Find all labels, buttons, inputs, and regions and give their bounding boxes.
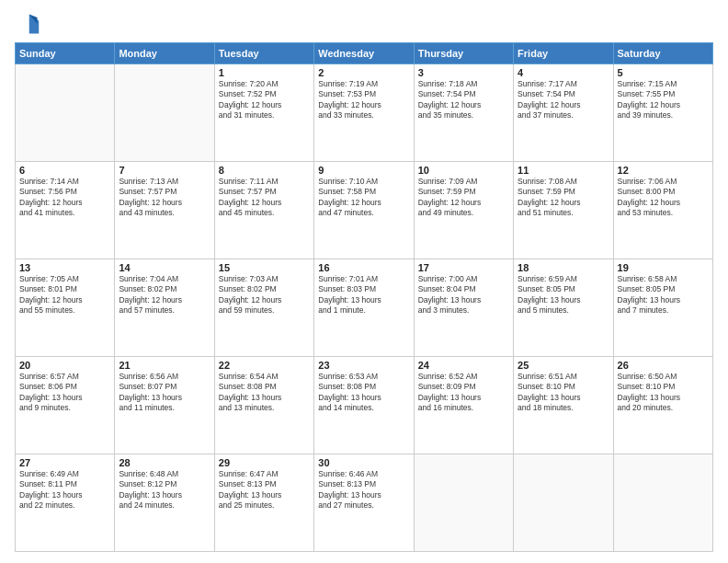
calendar-cell: 4Sunrise: 7:17 AM Sunset: 7:54 PM Daylig… — [514, 64, 613, 162]
day-info: Sunrise: 7:13 AM Sunset: 7:57 PM Dayligh… — [119, 177, 210, 219]
calendar-cell: 6Sunrise: 7:14 AM Sunset: 7:56 PM Daylig… — [16, 162, 115, 259]
calendar-header-tuesday: Tuesday — [214, 43, 313, 64]
day-info: Sunrise: 6:46 AM Sunset: 8:13 PM Dayligh… — [318, 469, 409, 511]
day-number: 21 — [119, 360, 210, 371]
day-number: 6 — [19, 165, 110, 176]
day-number: 8 — [219, 165, 310, 176]
calendar-cell: 21Sunrise: 6:56 AM Sunset: 8:07 PM Dayli… — [115, 357, 214, 454]
calendar-header-thursday: Thursday — [414, 43, 513, 64]
calendar-cell: 2Sunrise: 7:19 AM Sunset: 7:53 PM Daylig… — [314, 64, 414, 162]
calendar-cell: 7Sunrise: 7:13 AM Sunset: 7:57 PM Daylig… — [115, 162, 214, 259]
calendar-cell: 30Sunrise: 6:46 AM Sunset: 8:13 PM Dayli… — [314, 454, 414, 552]
calendar-cell — [514, 454, 613, 552]
day-number: 1 — [219, 67, 310, 78]
calendar-week-row: 27Sunrise: 6:49 AM Sunset: 8:11 PM Dayli… — [16, 454, 713, 552]
calendar-cell: 15Sunrise: 7:03 AM Sunset: 8:02 PM Dayli… — [214, 259, 313, 357]
calendar-week-row: 20Sunrise: 6:57 AM Sunset: 8:06 PM Dayli… — [16, 357, 713, 454]
calendar-week-row: 1Sunrise: 7:20 AM Sunset: 7:52 PM Daylig… — [16, 64, 713, 162]
day-info: Sunrise: 6:56 AM Sunset: 8:07 PM Dayligh… — [119, 372, 210, 414]
day-number: 9 — [318, 165, 409, 176]
day-number: 26 — [618, 360, 709, 371]
day-info: Sunrise: 6:57 AM Sunset: 8:06 PM Dayligh… — [19, 372, 110, 414]
day-info: Sunrise: 7:05 AM Sunset: 8:01 PM Dayligh… — [19, 274, 110, 316]
calendar-cell: 9Sunrise: 7:10 AM Sunset: 7:58 PM Daylig… — [314, 162, 414, 259]
calendar-cell: 14Sunrise: 7:04 AM Sunset: 8:02 PM Dayli… — [115, 259, 214, 357]
calendar-cell: 1Sunrise: 7:20 AM Sunset: 7:52 PM Daylig… — [214, 64, 313, 162]
day-info: Sunrise: 7:20 AM Sunset: 7:52 PM Dayligh… — [219, 79, 310, 121]
calendar-cell: 13Sunrise: 7:05 AM Sunset: 8:01 PM Dayli… — [16, 259, 115, 357]
calendar-week-row: 13Sunrise: 7:05 AM Sunset: 8:01 PM Dayli… — [16, 259, 713, 357]
day-info: Sunrise: 6:52 AM Sunset: 8:09 PM Dayligh… — [418, 372, 509, 414]
logo-icon — [15, 11, 40, 37]
day-number: 7 — [119, 165, 210, 176]
calendar-cell — [16, 64, 115, 162]
day-number: 10 — [418, 165, 509, 176]
day-number: 14 — [119, 262, 210, 273]
logo — [15, 11, 44, 37]
calendar-cell: 8Sunrise: 7:11 AM Sunset: 7:57 PM Daylig… — [214, 162, 313, 259]
calendar-header-sunday: Sunday — [16, 43, 115, 64]
calendar-cell: 28Sunrise: 6:48 AM Sunset: 8:12 PM Dayli… — [115, 454, 214, 552]
day-info: Sunrise: 7:18 AM Sunset: 7:54 PM Dayligh… — [418, 79, 509, 121]
day-info: Sunrise: 7:10 AM Sunset: 7:58 PM Dayligh… — [318, 177, 409, 219]
day-number: 15 — [219, 262, 310, 273]
calendar-cell: 18Sunrise: 6:59 AM Sunset: 8:05 PM Dayli… — [514, 259, 613, 357]
day-number: 11 — [518, 165, 609, 176]
day-number: 17 — [418, 262, 509, 273]
calendar-header-saturday: Saturday — [613, 43, 712, 64]
calendar-cell: 10Sunrise: 7:09 AM Sunset: 7:59 PM Dayli… — [414, 162, 513, 259]
day-number: 2 — [318, 67, 409, 78]
day-number: 24 — [418, 360, 509, 371]
day-number: 16 — [318, 262, 409, 273]
calendar-cell: 16Sunrise: 7:01 AM Sunset: 8:03 PM Dayli… — [314, 259, 414, 357]
day-info: Sunrise: 6:58 AM Sunset: 8:05 PM Dayligh… — [618, 274, 709, 316]
day-info: Sunrise: 7:08 AM Sunset: 7:59 PM Dayligh… — [518, 177, 609, 219]
day-info: Sunrise: 6:54 AM Sunset: 8:08 PM Dayligh… — [219, 372, 310, 414]
page: SundayMondayTuesdayWednesdayThursdayFrid… — [0, 0, 728, 563]
day-info: Sunrise: 7:19 AM Sunset: 7:53 PM Dayligh… — [318, 79, 409, 121]
day-number: 29 — [219, 457, 310, 468]
day-info: Sunrise: 6:53 AM Sunset: 8:08 PM Dayligh… — [318, 372, 409, 414]
day-number: 5 — [618, 67, 709, 78]
calendar-header-wednesday: Wednesday — [314, 43, 414, 64]
day-info: Sunrise: 6:51 AM Sunset: 8:10 PM Dayligh… — [518, 372, 609, 414]
calendar-week-row: 6Sunrise: 7:14 AM Sunset: 7:56 PM Daylig… — [16, 162, 713, 259]
day-number: 18 — [518, 262, 609, 273]
day-number: 23 — [318, 360, 409, 371]
day-info: Sunrise: 7:01 AM Sunset: 8:03 PM Dayligh… — [318, 274, 409, 316]
calendar-header-row: SundayMondayTuesdayWednesdayThursdayFrid… — [16, 43, 713, 64]
calendar-cell: 19Sunrise: 6:58 AM Sunset: 8:05 PM Dayli… — [613, 259, 712, 357]
day-number: 3 — [418, 67, 509, 78]
day-info: Sunrise: 7:00 AM Sunset: 8:04 PM Dayligh… — [418, 274, 509, 316]
calendar-cell: 25Sunrise: 6:51 AM Sunset: 8:10 PM Dayli… — [514, 357, 613, 454]
day-number: 19 — [618, 262, 709, 273]
day-info: Sunrise: 7:03 AM Sunset: 8:02 PM Dayligh… — [219, 274, 310, 316]
calendar-header-monday: Monday — [115, 43, 214, 64]
day-number: 27 — [19, 457, 110, 468]
calendar-cell: 3Sunrise: 7:18 AM Sunset: 7:54 PM Daylig… — [414, 64, 513, 162]
day-info: Sunrise: 6:48 AM Sunset: 8:12 PM Dayligh… — [119, 469, 210, 511]
calendar-cell: 29Sunrise: 6:47 AM Sunset: 8:13 PM Dayli… — [214, 454, 313, 552]
day-info: Sunrise: 7:09 AM Sunset: 7:59 PM Dayligh… — [418, 177, 509, 219]
calendar-cell: 17Sunrise: 7:00 AM Sunset: 8:04 PM Dayli… — [414, 259, 513, 357]
day-number: 25 — [518, 360, 609, 371]
calendar-cell: 5Sunrise: 7:15 AM Sunset: 7:55 PM Daylig… — [613, 64, 712, 162]
day-number: 20 — [19, 360, 110, 371]
day-number: 22 — [219, 360, 310, 371]
calendar-cell: 26Sunrise: 6:50 AM Sunset: 8:10 PM Dayli… — [613, 357, 712, 454]
calendar-header-friday: Friday — [514, 43, 613, 64]
day-info: Sunrise: 7:06 AM Sunset: 8:00 PM Dayligh… — [618, 177, 709, 219]
calendar-cell: 11Sunrise: 7:08 AM Sunset: 7:59 PM Dayli… — [514, 162, 613, 259]
calendar-cell: 23Sunrise: 6:53 AM Sunset: 8:08 PM Dayli… — [314, 357, 414, 454]
calendar-cell — [414, 454, 513, 552]
calendar-cell — [115, 64, 214, 162]
calendar-cell: 20Sunrise: 6:57 AM Sunset: 8:06 PM Dayli… — [16, 357, 115, 454]
day-info: Sunrise: 7:04 AM Sunset: 8:02 PM Dayligh… — [119, 274, 210, 316]
calendar-cell: 12Sunrise: 7:06 AM Sunset: 8:00 PM Dayli… — [613, 162, 712, 259]
calendar-cell — [613, 454, 712, 552]
day-number: 30 — [318, 457, 409, 468]
calendar-cell: 27Sunrise: 6:49 AM Sunset: 8:11 PM Dayli… — [16, 454, 115, 552]
day-info: Sunrise: 6:47 AM Sunset: 8:13 PM Dayligh… — [219, 469, 310, 511]
calendar-cell: 22Sunrise: 6:54 AM Sunset: 8:08 PM Dayli… — [214, 357, 313, 454]
calendar-table: SundayMondayTuesdayWednesdayThursdayFrid… — [15, 42, 713, 552]
